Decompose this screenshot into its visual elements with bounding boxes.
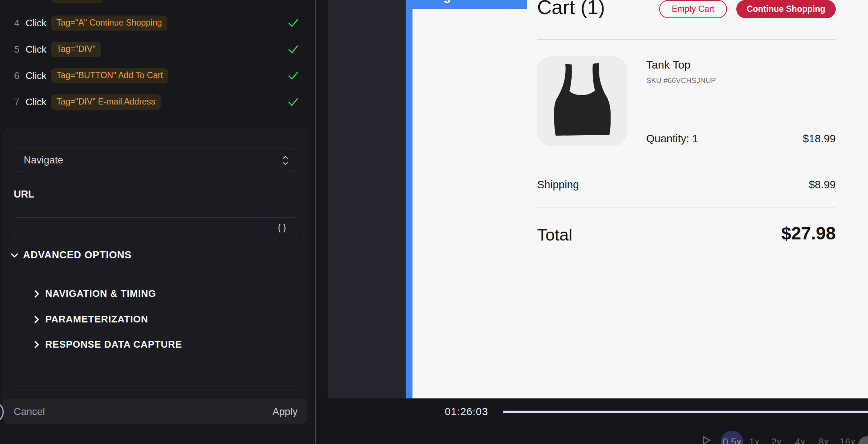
step-action-label: Click xyxy=(26,96,46,108)
step-action-label: Click xyxy=(26,70,46,82)
speed-option-0.5x[interactable]: 0.5x xyxy=(722,437,742,444)
cart-page-title: Cart (1) xyxy=(537,0,605,19)
product-image xyxy=(537,56,627,146)
step-editor-panel: Navigate URL { } ADVANCED OPTIONS NAV xyxy=(3,129,307,424)
advanced-options-label: ADVANCED OPTIONS xyxy=(23,249,132,261)
step-row[interactable]: 7 Click Tag="DIV" E-mail Address xyxy=(0,93,315,110)
step-action-label: Click xyxy=(26,17,46,29)
highlight-bar-partial-text: g xyxy=(443,0,451,3)
url-input[interactable] xyxy=(14,218,267,238)
step-tag-badge: Tag="BUTTON" Add To Cart xyxy=(51,68,168,83)
section-parameterization[interactable]: PARAMETERIZATION xyxy=(34,314,148,325)
speed-option-2x[interactable]: 2x xyxy=(771,437,782,444)
step-tag-partial: Tag xyxy=(51,0,103,3)
recorder-app: Tag 4 Click Tag="A" Continue Shopping 5 … xyxy=(0,0,868,444)
step-success-check-icon xyxy=(288,45,298,53)
step-success-check-icon xyxy=(288,98,298,106)
element-highlight-bar: g xyxy=(406,0,527,9)
action-type-select[interactable]: Navigate xyxy=(14,149,297,172)
step-number: 6 xyxy=(14,70,21,82)
panel-divider xyxy=(14,385,298,385)
shipping-price: $8.99 xyxy=(809,179,836,191)
step-success-check-icon xyxy=(288,19,298,27)
empty-cart-button[interactable]: Empty Cart xyxy=(659,0,727,18)
step-row[interactable]: 4 Click Tag="A" Continue Shopping xyxy=(0,14,315,32)
url-input-wrap: { } xyxy=(14,217,297,238)
chevron-right-icon xyxy=(34,316,39,323)
step-tag-badge: Tag="DIV" xyxy=(51,42,101,57)
product-name: Tank Top xyxy=(646,59,691,71)
speed-option-4x[interactable]: 4x xyxy=(795,437,806,444)
play-icon[interactable] xyxy=(701,435,711,444)
product-sku: SKU #66VCHSJNUP xyxy=(646,76,716,85)
section-response-data-capture[interactable]: RESPONSE DATA CAPTURE xyxy=(34,339,182,350)
cancel-button[interactable]: Cancel xyxy=(14,406,45,418)
step-tag-badge: Tag="A" Continue Shopping xyxy=(51,16,167,31)
step-number: 5 xyxy=(14,44,21,55)
shop-page: Cart (1) Empty Cart Continue Shopping Ta… xyxy=(412,0,868,398)
stage-gutter xyxy=(316,0,328,398)
player-edge-button[interactable] xyxy=(858,436,868,444)
tank-top-image xyxy=(537,56,627,146)
step-number: 4 xyxy=(14,17,21,29)
advanced-options-toggle[interactable]: ADVANCED OPTIONS xyxy=(11,249,132,261)
panel-footer: Cancel Apply xyxy=(3,399,307,424)
step-row[interactable]: 5 Click Tag="DIV" xyxy=(0,41,315,58)
playback-progress-bar[interactable] xyxy=(503,411,868,413)
chevron-right-icon xyxy=(34,290,39,298)
step-row[interactable]: 6 Click Tag="BUTTON" Add To Cart xyxy=(0,67,315,84)
speed-option-1x[interactable]: 1x xyxy=(749,437,760,444)
total-label: Total xyxy=(537,225,572,245)
element-highlight-strip xyxy=(406,0,412,398)
section-navigation-timing[interactable]: NAVIGATION & TIMING xyxy=(34,288,156,299)
cart-divider xyxy=(537,39,836,40)
product-price: $18.99 xyxy=(803,133,836,145)
step-action-label: Click xyxy=(26,44,46,55)
chevron-down-icon xyxy=(11,253,18,258)
steps-sidebar: Tag 4 Click Tag="A" Continue Shopping 5 … xyxy=(0,0,315,444)
chevron-right-icon xyxy=(34,341,39,348)
insert-variable-button[interactable]: { } xyxy=(267,218,297,238)
apply-button[interactable]: Apply xyxy=(272,406,297,418)
step-success-check-icon xyxy=(288,72,298,80)
browser-preview-stage: Cart (1) Empty Cart Continue Shopping Ta… xyxy=(328,0,868,398)
url-field-label: URL xyxy=(14,189,34,200)
playback-bar: 01:26:03 0.5x 1x 2x 4x 8x 16x xyxy=(316,398,868,444)
total-price: $27.98 xyxy=(781,223,836,243)
shipping-label: Shipping xyxy=(537,179,579,191)
speed-option-16x[interactable]: 16x xyxy=(839,437,856,444)
cart-divider xyxy=(537,162,836,162)
step-tag-badge: Tag="DIV" E-mail Address xyxy=(51,95,160,110)
action-type-value: Navigate xyxy=(24,155,63,166)
playback-timestamp: 01:26:03 xyxy=(445,406,488,418)
cart-divider xyxy=(537,208,836,208)
step-number: 7 xyxy=(14,96,21,108)
product-quantity: Quantity: 1 xyxy=(646,133,698,145)
continue-shopping-button[interactable]: Continue Shopping xyxy=(736,0,836,18)
speed-option-8x[interactable]: 8x xyxy=(818,437,829,444)
select-chevrons-icon xyxy=(282,155,289,166)
